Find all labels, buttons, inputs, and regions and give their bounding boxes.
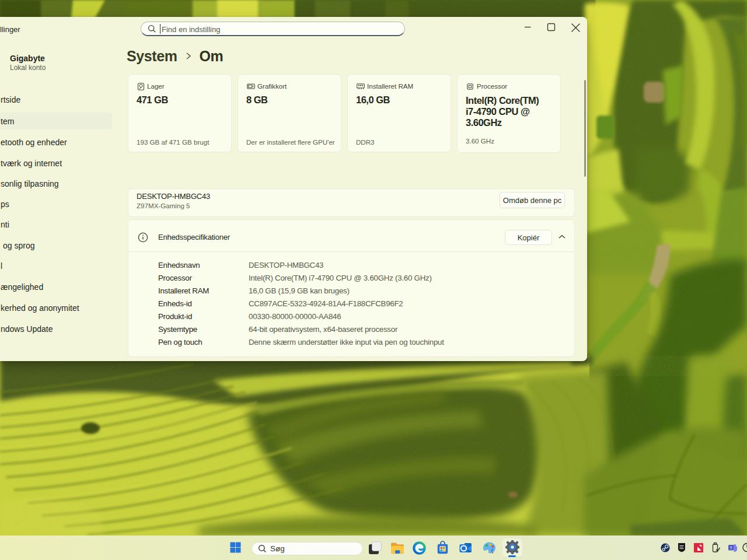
svg-text:T: T <box>730 546 733 550</box>
